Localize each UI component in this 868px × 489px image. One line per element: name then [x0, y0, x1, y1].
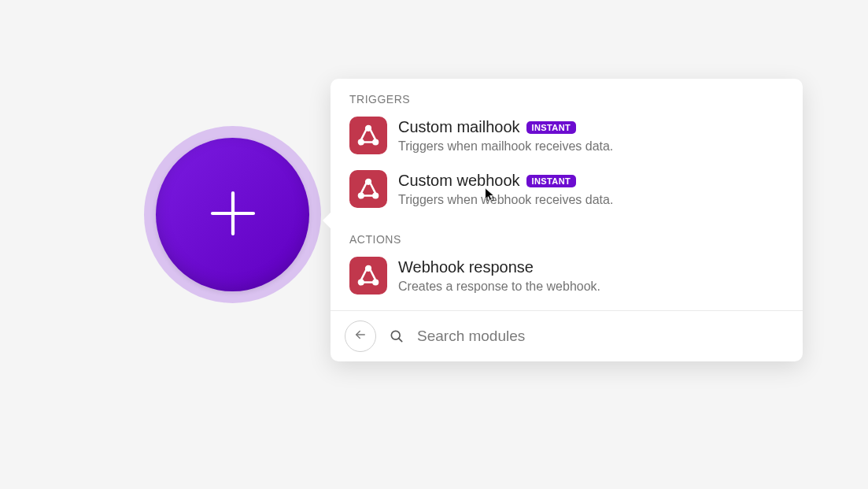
arrow-left-icon — [353, 328, 368, 345]
plus-icon — [202, 183, 264, 247]
module-title: Custom mailhook — [398, 118, 520, 136]
module-title: Custom webhook — [398, 172, 520, 190]
module-description: Triggers when webhook receives data. — [398, 193, 613, 207]
module-text: Custom mailhook INSTANT Triggers when ma… — [398, 117, 613, 154]
module-description: Creates a response to the webhook. — [398, 280, 600, 294]
webhook-icon — [349, 117, 387, 154]
back-button[interactable] — [345, 320, 376, 352]
add-module-button[interactable] — [156, 138, 309, 291]
module-picker-panel: TRIGGERS Custom mailhook INSTANT Trigger… — [331, 79, 803, 361]
webhook-icon — [349, 257, 387, 295]
svg-line-13 — [399, 339, 402, 342]
section-header-triggers: TRIGGERS — [331, 79, 803, 112]
instant-badge: INSTANT — [526, 175, 577, 187]
module-text: Webhook response Creates a response to t… — [398, 257, 600, 294]
search-row — [331, 310, 803, 361]
instant-badge: INSTANT — [526, 121, 577, 134]
module-description: Triggers when mailhook receives data. — [398, 139, 613, 154]
webhook-icon — [349, 170, 387, 208]
module-title: Webhook response — [398, 258, 534, 276]
module-item-webhook-response[interactable]: Webhook response Creates a response to t… — [331, 252, 803, 306]
search-input[interactable] — [417, 328, 789, 345]
add-module-node-halo — [144, 126, 321, 303]
search-icon — [389, 328, 404, 344]
section-header-actions: ACTIONS — [331, 219, 803, 252]
module-text: Custom webhook INSTANT Triggers when web… — [398, 170, 613, 207]
module-item-custom-webhook[interactable]: Custom webhook INSTANT Triggers when web… — [331, 165, 803, 219]
module-item-custom-mailhook[interactable]: Custom mailhook INSTANT Triggers when ma… — [331, 112, 803, 165]
